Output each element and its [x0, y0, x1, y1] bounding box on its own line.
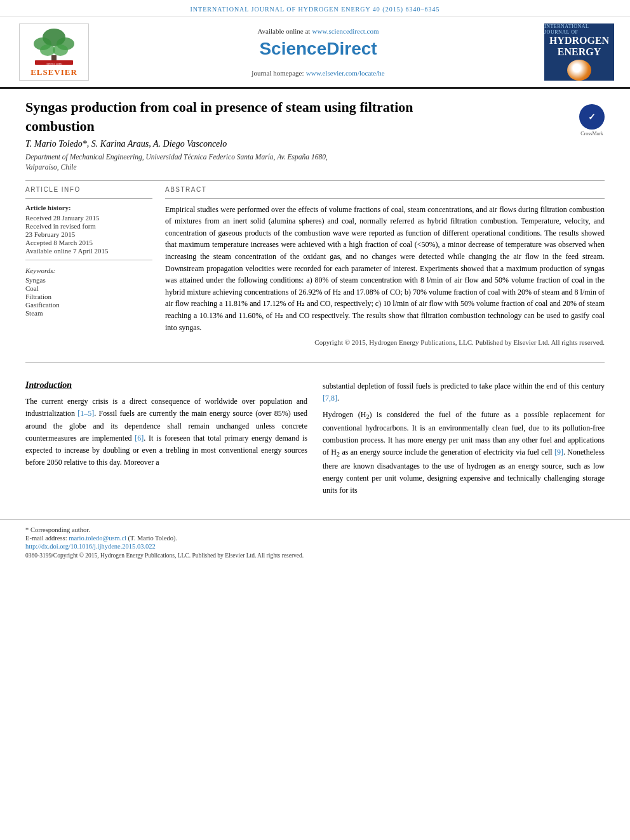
- journal-banner: INTERNATIONAL JOURNAL OF HYDROGEN ENERGY…: [0, 0, 630, 17]
- keyword4: Gasification: [25, 301, 152, 309]
- affiliation-line2: Valparaíso, Chile: [25, 163, 77, 171]
- abstract-paragraph: Empirical studies were performed over th…: [165, 204, 605, 334]
- crossmark-badge: ✓ CrossMark: [579, 104, 605, 137]
- received2-date: 23 February 2015: [25, 230, 152, 238]
- keywords-label: Keywords:: [25, 267, 152, 274]
- crossmark-label: CrossMark: [580, 131, 603, 137]
- ref-9[interactable]: [9]: [554, 448, 563, 457]
- crossmark-icon: ✓: [579, 104, 605, 130]
- divider-keywords: [25, 260, 152, 260]
- email-note: E-mail address: mario.toledo@usm.cl (T. …: [25, 535, 605, 542]
- svg-text:✓: ✓: [588, 112, 596, 122]
- divider-body: [25, 362, 605, 363]
- copyright-footer: 0360-3199/Copyright © 2015, Hydrogen Ene…: [25, 552, 605, 559]
- abstract-text: Empirical studies were performed over th…: [165, 204, 605, 349]
- corresponding-author-note: * Corresponding author.: [25, 526, 605, 533]
- keyword5: Steam: [25, 309, 152, 317]
- affiliation-line1: Department of Mechanical Engineering, Un…: [25, 153, 328, 161]
- elsevier-logo-area: ANNO 1880 ELSEVIER: [13, 23, 95, 81]
- email-label: E-mail address:: [25, 535, 67, 542]
- journal-logo-area: International Journal of HYDROGENENERGY: [541, 23, 617, 81]
- available-online: Available online 7 April 2015: [25, 247, 152, 255]
- divider: [25, 180, 605, 181]
- body-two-col: Introduction The current energy crisis i…: [25, 380, 605, 500]
- elsevier-logo-box: ANNO 1880 ELSEVIER: [19, 23, 89, 81]
- sciencedirect-url: www.sciencedirect.com: [312, 27, 379, 35]
- affiliation: Department of Mechanical Engineering, Un…: [25, 152, 605, 172]
- abstract-col: ABSTRACT Empirical studies were performe…: [165, 186, 605, 351]
- received2: Received in revised form: [25, 222, 152, 230]
- journal-logo-box: International Journal of HYDROGENENERGY: [544, 23, 614, 81]
- intro-heading: Introduction: [25, 380, 307, 390]
- abstract-heading: ABSTRACT: [165, 186, 605, 193]
- journal-homepage-label: journal homepage:: [251, 69, 304, 77]
- journal-logo-text2: HYDROGENENERGY: [549, 35, 609, 57]
- intro-para1: The current energy crisis is a direct co…: [25, 396, 307, 469]
- keyword3: Filtration: [25, 293, 152, 300]
- corresponding-author-label: * Corresponding author.: [25, 526, 90, 533]
- divider-info: [25, 198, 152, 199]
- title-row: Syngas production from coal in presence …: [25, 98, 605, 139]
- ref-7-8[interactable]: [7,8]: [323, 394, 337, 403]
- ref-6[interactable]: [6]: [135, 434, 144, 443]
- sciencedirect-area: Available online at www.sciencedirect.co…: [102, 23, 535, 81]
- header: ANNO 1880 ELSEVIER Available online at w…: [0, 17, 630, 89]
- abstract-copyright: Copyright © 2015, Hydrogen Energy Public…: [165, 337, 605, 348]
- article-title: Syngas production from coal in presence …: [25, 98, 470, 135]
- footer-area: * Corresponding author. E-mail address: …: [0, 519, 630, 563]
- svg-text:ANNO 1880: ANNO 1880: [46, 62, 62, 65]
- elsevier-text: ELSEVIER: [30, 67, 77, 77]
- article-info-col: ARTICLE INFO Article history: Received 2…: [25, 186, 152, 351]
- accepted: Accepted 8 March 2015: [25, 239, 152, 246]
- doi-url[interactable]: http://dx.doi.org/10.1016/j.ijhydene.201…: [25, 543, 156, 550]
- journal-name: INTERNATIONAL JOURNAL OF HYDROGEN ENERGY…: [190, 6, 439, 13]
- email-address[interactable]: mario.toledo@usm.cl: [69, 535, 126, 542]
- divider-abstract: [165, 198, 605, 199]
- ref-1-5[interactable]: [1–5]: [77, 409, 94, 418]
- body-right-col: substantial depletion of fossil fuels is…: [323, 380, 605, 500]
- authors: T. Mario Toledo*, S. Karina Araus, A. Di…: [25, 139, 605, 149]
- intro-para3: Hydrogen (H2) is considered the fuel of …: [323, 409, 605, 497]
- email-person: (T. Mario Toledo).: [128, 535, 178, 542]
- journal-homepage-url: www.elsevier.com/locate/he: [306, 69, 385, 77]
- journal-logo-circle-icon: [567, 60, 591, 81]
- available-text: Available online at: [257, 27, 310, 35]
- history-label: Article history:: [25, 204, 152, 211]
- intro-para2: substantial depletion of fossil fuels is…: [323, 380, 605, 404]
- crossmark-svg: ✓: [583, 108, 601, 126]
- body-left-col: Introduction The current energy crisis i…: [25, 380, 307, 500]
- journal-homepage-area: journal homepage: www.elsevier.com/locat…: [251, 68, 384, 78]
- sciencedirect-title: ScienceDirect: [259, 39, 377, 59]
- main-body: Introduction The current energy crisis i…: [0, 368, 630, 513]
- svg-point-4: [53, 44, 68, 56]
- doi-line: http://dx.doi.org/10.1016/j.ijhydene.201…: [25, 543, 605, 550]
- keyword2: Coal: [25, 284, 152, 292]
- journal-logo-text1: International Journal of: [544, 23, 614, 35]
- article-content: Syngas production from coal in presence …: [0, 89, 630, 363]
- keyword1: Syngas: [25, 276, 152, 284]
- article-info-abstract-row: ARTICLE INFO Article history: Received 2…: [25, 186, 605, 351]
- received1: Received 28 January 2015: [25, 214, 152, 222]
- available-online-text: Available online at www.sciencedirect.co…: [257, 26, 379, 36]
- article-info-heading: ARTICLE INFO: [25, 186, 152, 193]
- elsevier-tree-icon: ANNO 1880: [29, 25, 79, 66]
